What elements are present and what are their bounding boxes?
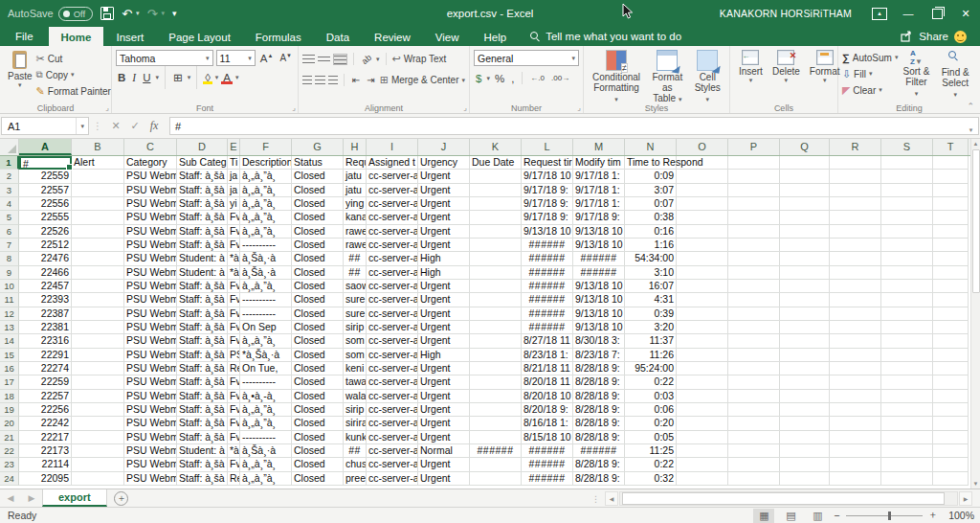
column-header-E[interactable]: E <box>228 139 240 155</box>
cell-R2[interactable] <box>830 170 881 183</box>
cell-E19[interactable]: Fv <box>228 403 240 417</box>
cell-Q3[interactable] <box>780 184 830 197</box>
cell-I3[interactable]: cc-server-a <box>367 184 418 197</box>
column-header-I[interactable]: I <box>367 139 418 155</box>
cell-J5[interactable]: Urgent <box>418 211 470 224</box>
cell-L23[interactable]: ###### <box>522 458 573 471</box>
increase-decimal-button[interactable]: ←.0 <box>528 74 546 82</box>
cell-E11[interactable]: Fv <box>228 293 240 307</box>
align-top-button[interactable] <box>302 55 315 64</box>
cell-A19[interactable]: 22256 <box>19 403 72 417</box>
cell-L2[interactable]: 9/17/18 10 <box>522 170 573 183</box>
clipboard-dialog-launcher[interactable]: ⌟ <box>105 103 109 112</box>
cell-Q14[interactable] <box>780 334 830 348</box>
tab-home[interactable]: Home <box>49 27 104 46</box>
cell-G8[interactable]: Closed <box>292 252 344 265</box>
undo-button[interactable]: ↶ <box>122 8 132 20</box>
cell-L13[interactable]: ###### <box>522 321 573 334</box>
cell-F3[interactable]: à¸„à¸”à¸ <box>240 184 292 197</box>
cell-K19[interactable] <box>470 403 522 417</box>
cell-P19[interactable] <box>728 403 780 417</box>
row-header-5[interactable]: 5 <box>0 211 19 224</box>
cell-H18[interactable]: wala <box>344 390 367 403</box>
cell-M8[interactable]: ###### <box>573 252 625 265</box>
cell-R18[interactable] <box>830 390 881 403</box>
cell-D10[interactable]: Staff: à¸šà <box>177 280 228 293</box>
align-left-button[interactable] <box>302 76 312 85</box>
cell-P7[interactable] <box>728 239 780 252</box>
cell-C15[interactable]: PSU Webm <box>124 349 177 362</box>
cell-M6[interactable]: 9/13/18 10 <box>573 225 625 239</box>
cell-B4[interactable] <box>72 197 124 211</box>
cell-Q10[interactable] <box>780 280 830 293</box>
cell-M13[interactable]: 9/13/18 10 <box>573 321 625 334</box>
cell-G14[interactable]: Closed <box>292 334 344 348</box>
cell-L19[interactable]: 8/20/18 9: <box>522 403 573 417</box>
cell-L17[interactable]: 8/20/18 11 <box>522 375 573 389</box>
cell-Q23[interactable] <box>780 458 830 471</box>
cell-K24[interactable] <box>470 472 522 486</box>
cell-I19[interactable]: cc-server-a <box>367 403 418 417</box>
cell-Q16[interactable] <box>780 362 830 375</box>
cell-S12[interactable] <box>881 307 933 321</box>
cell-P24[interactable] <box>728 472 780 486</box>
cell-N23[interactable]: 0:22 <box>625 458 677 471</box>
tab-help[interactable]: Help <box>472 27 520 46</box>
row-header-9[interactable]: 9 <box>0 266 19 280</box>
cell-Q17[interactable] <box>780 375 830 389</box>
cell-S3[interactable] <box>881 184 933 197</box>
cell-H22[interactable]: ## <box>344 444 367 458</box>
cell-O21[interactable] <box>677 431 728 444</box>
cell-J13[interactable]: Urgent <box>418 321 470 334</box>
cell-K22[interactable]: ###### <box>470 444 522 458</box>
decrease-font-button[interactable]: A▼ <box>278 53 294 63</box>
column-header-R[interactable]: R <box>830 139 881 155</box>
cell-H21[interactable]: kunk <box>344 431 367 444</box>
cell-G16[interactable]: Closed <box>292 362 344 375</box>
cell-I24[interactable]: cc-server-a <box>367 472 418 486</box>
cell-E21[interactable]: Fv <box>228 431 240 444</box>
user-name[interactable]: KANAKORN HORSiRiTHAM <box>720 8 852 19</box>
cell-T16[interactable] <box>933 362 969 375</box>
cell-J19[interactable]: Urgent <box>418 403 470 417</box>
autosum-button[interactable]: ∑AutoSum▾ <box>842 50 899 65</box>
cell-J11[interactable]: Urgent <box>418 293 470 307</box>
row-header-18[interactable]: 18 <box>0 390 19 403</box>
cell-F6[interactable]: à¸„à¸”à¸ <box>240 225 292 239</box>
cell-S15[interactable] <box>881 349 933 362</box>
cell-P4[interactable] <box>728 197 780 211</box>
cell-T4[interactable] <box>933 197 969 211</box>
cell-M9[interactable]: ###### <box>573 266 625 280</box>
cell-N11[interactable]: 4:31 <box>625 293 677 307</box>
cell-C6[interactable]: PSU Webm <box>124 225 177 239</box>
comma-style-button[interactable]: , <box>509 73 516 84</box>
fill-button[interactable]: ⇩Fill▾ <box>842 66 899 81</box>
page-break-view-button[interactable]: ▥ <box>807 509 828 523</box>
cell-A9[interactable]: 22466 <box>19 266 72 280</box>
cell-R22[interactable] <box>830 444 881 458</box>
cell-E14[interactable]: Fv <box>228 334 240 348</box>
cell-J2[interactable]: Urgent <box>418 170 470 183</box>
cell-Q2[interactable] <box>780 170 830 183</box>
cell-H1[interactable]: Requ <box>344 156 367 170</box>
cell-T1[interactable] <box>933 156 969 170</box>
cell-C14[interactable]: PSU Webm <box>124 334 177 348</box>
horizontal-scrollbar[interactable]: ⋮ ◀ ▶ <box>591 491 972 506</box>
cell-Q4[interactable] <box>780 197 830 211</box>
cell-L5[interactable]: 9/17/18 9: <box>522 211 573 224</box>
column-header-L[interactable]: L <box>522 139 573 155</box>
cell-G5[interactable]: Closed <box>292 211 344 224</box>
cell-G9[interactable]: Closed <box>292 266 344 280</box>
cell-E18[interactable]: Fv <box>228 390 240 403</box>
cell-A2[interactable]: 22559 <box>19 170 72 183</box>
cell-O20[interactable] <box>677 417 728 430</box>
cell-J16[interactable]: Urgent <box>418 362 470 375</box>
cell-Q7[interactable] <box>780 239 830 252</box>
cell-N6[interactable]: 0:16 <box>625 225 677 239</box>
cell-K5[interactable] <box>470 211 522 224</box>
row-header-20[interactable]: 20 <box>0 417 19 430</box>
cell-K23[interactable] <box>470 458 522 471</box>
row-header-19[interactable]: 19 <box>0 403 19 417</box>
cell-N21[interactable]: 0:05 <box>625 431 677 444</box>
cell-L20[interactable]: 8/16/18 1: <box>522 417 573 430</box>
